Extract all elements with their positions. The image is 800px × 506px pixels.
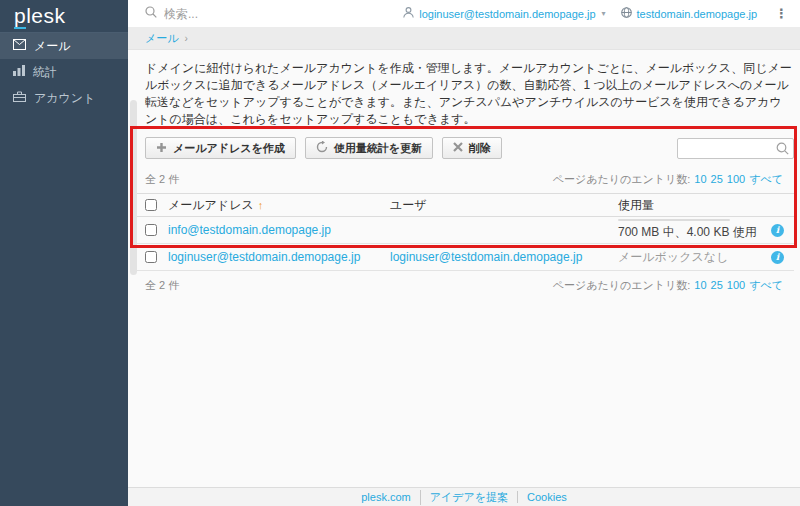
create-mail-address-button[interactable]: メールアドレスを作成	[145, 137, 296, 159]
table-row: info@testdomain.demopage.jp 700 MB 中、4.0…	[134, 217, 794, 244]
footer-suggest-idea-link[interactable]: アイデアを提案	[420, 490, 517, 505]
footer-plesk-link[interactable]: plesk.com	[352, 491, 420, 503]
sidebar-item-statistics[interactable]: 統計	[0, 59, 128, 85]
mail-address-link[interactable]: info@testdomain.demopage.jp	[168, 223, 331, 237]
total-count: 全 2 件	[145, 172, 179, 187]
bar-chart-icon	[13, 65, 25, 79]
sidebar-item-mail[interactable]: メール	[0, 33, 128, 59]
per-page-10[interactable]: 10	[694, 173, 706, 185]
breadcrumb-mail-link[interactable]: メール	[145, 31, 179, 46]
per-page-25[interactable]: 25	[711, 279, 723, 291]
user-link[interactable]: loginuser@testdomain.demopage.jp	[390, 250, 582, 264]
domain-link[interactable]: testdomain.demopage.jp	[621, 7, 757, 20]
topbar-right: loginuser@testdomain.demopage.jp ▾ testd…	[403, 6, 791, 21]
user-icon	[403, 7, 414, 20]
scrollbar-thumb[interactable]	[130, 100, 137, 275]
column-header-user[interactable]: ユーザ	[390, 197, 618, 214]
refresh-icon	[316, 141, 328, 155]
more-options-icon[interactable]: ⋮	[772, 6, 791, 21]
column-header-email[interactable]: メールアドレス↑	[168, 197, 390, 214]
main-content: ドメインに紐付けられたメールアカウントを作成・管理します。メールアカウントごとに…	[128, 50, 800, 487]
per-page-all[interactable]: すべて	[749, 173, 783, 185]
per-page-100[interactable]: 100	[727, 279, 745, 291]
mail-icon	[13, 39, 26, 53]
breadcrumb-separator-icon: ›	[185, 33, 188, 44]
usage-text: メールボックスなし	[618, 249, 762, 266]
total-count: 全 2 件	[145, 278, 179, 293]
per-page-selector: ページあたりのエントリ数:1025100すべて	[553, 172, 783, 187]
domain-name: testdomain.demopage.jp	[637, 8, 757, 20]
row-checkbox[interactable]	[145, 224, 157, 236]
sort-ascending-icon: ↑	[258, 199, 264, 211]
mail-address-link[interactable]: loginuser@testdomain.demopage.jp	[168, 250, 360, 264]
table-header-row: メールアドレス↑ ユーザ 使用量	[134, 193, 794, 217]
chevron-down-icon: ▾	[602, 9, 606, 18]
row-checkbox[interactable]	[145, 251, 157, 263]
column-header-usage[interactable]: 使用量	[618, 197, 762, 214]
select-all-checkbox[interactable]	[145, 199, 157, 211]
search-icon	[145, 6, 157, 21]
list-search-box	[677, 138, 794, 159]
info-icon[interactable]: i	[771, 251, 784, 264]
user-email: loginuser@testdomain.demopage.jp	[419, 8, 595, 20]
per-page-10[interactable]: 10	[694, 279, 706, 291]
mail-accounts-list: 全 2 件 ページあたりのエントリ数:1025100すべて メールアドレス↑ ユ…	[134, 165, 794, 299]
usage-progress-bar	[618, 219, 730, 221]
per-page-100[interactable]: 100	[727, 173, 745, 185]
plus-icon	[156, 142, 167, 155]
per-page-selector: ページあたりのエントリ数:1025100すべて	[553, 278, 783, 293]
refresh-usage-stats-button[interactable]: 使用量統計を更新	[305, 137, 433, 159]
topbar: loginuser@testdomain.demopage.jp ▾ testd…	[128, 0, 800, 27]
sidebar-item-account[interactable]: アカウント	[0, 85, 128, 111]
user-menu[interactable]: loginuser@testdomain.demopage.jp ▾	[403, 7, 605, 20]
toolbar: メールアドレスを作成 使用量統計を更新 削除	[145, 137, 794, 159]
x-icon	[453, 142, 463, 154]
per-page-25[interactable]: 25	[711, 173, 723, 185]
logo-area: plesk	[0, 0, 128, 33]
global-search	[145, 6, 403, 21]
per-page-all[interactable]: すべて	[749, 279, 783, 291]
sidebar: plesk メール 統計 アカウント	[0, 0, 128, 506]
page-description: ドメインに紐付けられたメールアカウントを作成・管理します。メールアカウントごとに…	[145, 60, 793, 128]
search-icon	[776, 142, 789, 155]
list-meta-top: 全 2 件 ページあたりのエントリ数:1025100すべて	[134, 165, 794, 193]
list-meta-bottom: 全 2 件 ページあたりのエントリ数:1025100すべて	[134, 271, 794, 299]
info-icon[interactable]: i	[771, 224, 784, 237]
globe-icon	[621, 7, 632, 20]
usage-text: 700 MB 中、4.00 KB 使用	[618, 224, 762, 241]
sidebar-item-label: メール	[34, 38, 71, 55]
breadcrumb: メール ›	[128, 27, 800, 50]
global-search-input[interactable]	[164, 7, 384, 21]
footer-cookies-link[interactable]: Cookies	[517, 491, 576, 503]
briefcase-icon	[13, 91, 26, 105]
sidebar-item-label: アカウント	[34, 90, 95, 107]
table-row: loginuser@testdomain.demopage.jp loginus…	[134, 244, 794, 271]
sidebar-item-label: 統計	[33, 64, 57, 81]
plesk-logo[interactable]: plesk	[14, 4, 66, 28]
footer: plesk.com アイデアを提案 Cookies	[128, 487, 800, 506]
delete-button[interactable]: 削除	[442, 137, 502, 159]
